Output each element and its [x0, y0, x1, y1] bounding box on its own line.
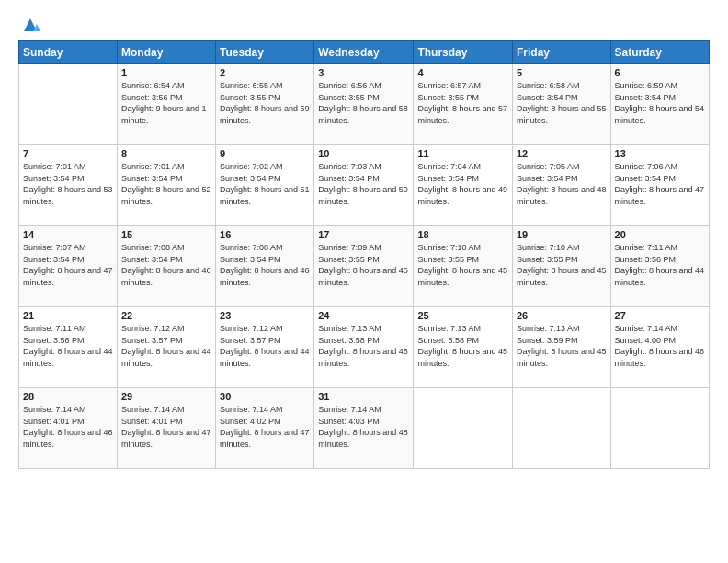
logo: [18, 15, 40, 31]
day-number: 10: [318, 148, 409, 159]
day-info: Sunrise: 7:11 AMSunset: 3:56 PMDaylight:…: [615, 242, 705, 288]
col-header-thursday: Thursday: [414, 41, 513, 64]
day-cell: [414, 388, 513, 469]
day-cell: 28 Sunrise: 7:14 AMSunset: 4:01 PMDaylig…: [19, 388, 118, 469]
day-info: Sunrise: 7:07 AMSunset: 3:54 PMDaylight:…: [23, 242, 113, 288]
day-cell: 18 Sunrise: 7:10 AMSunset: 3:55 PMDaylig…: [414, 226, 513, 307]
day-info: Sunrise: 6:55 AMSunset: 3:55 PMDaylight:…: [220, 80, 310, 126]
day-number: 24: [318, 310, 409, 321]
day-cell: 3 Sunrise: 6:56 AMSunset: 3:55 PMDayligh…: [314, 64, 414, 145]
day-number: 15: [121, 229, 211, 240]
day-number: 25: [417, 310, 508, 321]
day-number: 27: [615, 310, 705, 321]
day-cell: 29 Sunrise: 7:14 AMSunset: 4:01 PMDaylig…: [117, 388, 215, 469]
day-cell: 21 Sunrise: 7:11 AMSunset: 3:56 PMDaylig…: [19, 307, 118, 388]
week-row-5: 28 Sunrise: 7:14 AMSunset: 4:01 PMDaylig…: [19, 388, 710, 469]
day-number: 29: [121, 391, 211, 402]
header: [18, 15, 710, 31]
day-number: 2: [220, 67, 310, 78]
day-info: Sunrise: 7:14 AMSunset: 4:01 PMDaylight:…: [23, 404, 113, 450]
day-cell: 9 Sunrise: 7:02 AMSunset: 3:54 PMDayligh…: [216, 145, 314, 226]
col-header-wednesday: Wednesday: [314, 41, 414, 64]
day-cell: 17 Sunrise: 7:09 AMSunset: 3:55 PMDaylig…: [314, 226, 414, 307]
day-number: 23: [220, 310, 310, 321]
day-info: Sunrise: 7:14 AMSunset: 4:01 PMDaylight:…: [121, 404, 211, 450]
day-info: Sunrise: 6:57 AMSunset: 3:55 PMDaylight:…: [417, 80, 508, 126]
col-header-sunday: Sunday: [19, 41, 118, 64]
day-cell: 25 Sunrise: 7:13 AMSunset: 3:58 PMDaylig…: [414, 307, 513, 388]
logo-icon: [20, 15, 40, 35]
day-info: Sunrise: 7:13 AMSunset: 3:58 PMDaylight:…: [417, 323, 508, 369]
col-header-tuesday: Tuesday: [216, 41, 314, 64]
day-number: 19: [517, 229, 607, 240]
day-info: Sunrise: 6:56 AMSunset: 3:55 PMDaylight:…: [318, 80, 409, 126]
day-cell: [610, 388, 709, 469]
page: SundayMondayTuesdayWednesdayThursdayFrid…: [0, 0, 728, 563]
day-number: 18: [417, 229, 508, 240]
day-info: Sunrise: 7:08 AMSunset: 3:54 PMDaylight:…: [121, 242, 211, 288]
header-row: SundayMondayTuesdayWednesdayThursdayFrid…: [19, 41, 710, 64]
week-row-4: 21 Sunrise: 7:11 AMSunset: 3:56 PMDaylig…: [19, 307, 710, 388]
day-number: 7: [23, 148, 113, 159]
calendar: SundayMondayTuesdayWednesdayThursdayFrid…: [18, 40, 710, 469]
day-cell: 26 Sunrise: 7:13 AMSunset: 3:59 PMDaylig…: [512, 307, 610, 388]
week-row-1: 1 Sunrise: 6:54 AMSunset: 3:56 PMDayligh…: [19, 64, 710, 145]
col-header-friday: Friday: [512, 41, 610, 64]
day-cell: 2 Sunrise: 6:55 AMSunset: 3:55 PMDayligh…: [216, 64, 314, 145]
col-header-monday: Monday: [117, 41, 215, 64]
day-cell: 14 Sunrise: 7:07 AMSunset: 3:54 PMDaylig…: [19, 226, 118, 307]
day-cell: 13 Sunrise: 7:06 AMSunset: 3:54 PMDaylig…: [610, 145, 709, 226]
day-info: Sunrise: 7:14 AMSunset: 4:03 PMDaylight:…: [318, 404, 409, 450]
day-info: Sunrise: 6:59 AMSunset: 3:54 PMDaylight:…: [615, 80, 705, 126]
day-info: Sunrise: 7:08 AMSunset: 3:54 PMDaylight:…: [220, 242, 310, 288]
day-number: 9: [220, 148, 310, 159]
day-info: Sunrise: 7:14 AMSunset: 4:00 PMDaylight:…: [615, 323, 705, 369]
day-cell: 27 Sunrise: 7:14 AMSunset: 4:00 PMDaylig…: [610, 307, 709, 388]
day-cell: 1 Sunrise: 6:54 AMSunset: 3:56 PMDayligh…: [117, 64, 215, 145]
day-info: Sunrise: 7:02 AMSunset: 3:54 PMDaylight:…: [220, 161, 310, 207]
col-header-saturday: Saturday: [610, 41, 709, 64]
day-cell: 30 Sunrise: 7:14 AMSunset: 4:02 PMDaylig…: [216, 388, 314, 469]
day-number: 6: [615, 67, 705, 78]
day-cell: 6 Sunrise: 6:59 AMSunset: 3:54 PMDayligh…: [610, 64, 709, 145]
day-number: 4: [417, 67, 508, 78]
day-info: Sunrise: 7:12 AMSunset: 3:57 PMDaylight:…: [220, 323, 310, 369]
day-number: 1: [121, 67, 211, 78]
day-cell: 22 Sunrise: 7:12 AMSunset: 3:57 PMDaylig…: [117, 307, 215, 388]
day-info: Sunrise: 7:05 AMSunset: 3:54 PMDaylight:…: [517, 161, 607, 207]
day-number: 5: [517, 67, 607, 78]
day-cell: 11 Sunrise: 7:04 AMSunset: 3:54 PMDaylig…: [414, 145, 513, 226]
day-number: 17: [318, 229, 409, 240]
day-cell: 5 Sunrise: 6:58 AMSunset: 3:54 PMDayligh…: [512, 64, 610, 145]
day-cell: 12 Sunrise: 7:05 AMSunset: 3:54 PMDaylig…: [512, 145, 610, 226]
day-cell: 23 Sunrise: 7:12 AMSunset: 3:57 PMDaylig…: [216, 307, 314, 388]
day-info: Sunrise: 7:01 AMSunset: 3:54 PMDaylight:…: [121, 161, 211, 207]
day-cell: 24 Sunrise: 7:13 AMSunset: 3:58 PMDaylig…: [314, 307, 414, 388]
day-cell: 8 Sunrise: 7:01 AMSunset: 3:54 PMDayligh…: [117, 145, 215, 226]
day-cell: 20 Sunrise: 7:11 AMSunset: 3:56 PMDaylig…: [610, 226, 709, 307]
day-info: Sunrise: 7:12 AMSunset: 3:57 PMDaylight:…: [121, 323, 211, 369]
day-info: Sunrise: 7:10 AMSunset: 3:55 PMDaylight:…: [417, 242, 508, 288]
day-cell: 10 Sunrise: 7:03 AMSunset: 3:54 PMDaylig…: [314, 145, 414, 226]
day-info: Sunrise: 7:13 AMSunset: 3:59 PMDaylight:…: [517, 323, 607, 369]
day-number: 22: [121, 310, 211, 321]
day-cell: 31 Sunrise: 7:14 AMSunset: 4:03 PMDaylig…: [314, 388, 414, 469]
day-info: Sunrise: 7:04 AMSunset: 3:54 PMDaylight:…: [417, 161, 508, 207]
day-cell: 4 Sunrise: 6:57 AMSunset: 3:55 PMDayligh…: [414, 64, 513, 145]
day-info: Sunrise: 7:13 AMSunset: 3:58 PMDaylight:…: [318, 323, 409, 369]
day-info: Sunrise: 7:06 AMSunset: 3:54 PMDaylight:…: [615, 161, 705, 207]
day-cell: [19, 64, 118, 145]
day-info: Sunrise: 7:01 AMSunset: 3:54 PMDaylight:…: [23, 161, 113, 207]
week-row-3: 14 Sunrise: 7:07 AMSunset: 3:54 PMDaylig…: [19, 226, 710, 307]
day-number: 30: [220, 391, 310, 402]
day-number: 21: [23, 310, 113, 321]
day-info: Sunrise: 7:03 AMSunset: 3:54 PMDaylight:…: [318, 161, 409, 207]
day-number: 31: [318, 391, 409, 402]
day-info: Sunrise: 7:11 AMSunset: 3:56 PMDaylight:…: [23, 323, 113, 369]
day-info: Sunrise: 7:14 AMSunset: 4:02 PMDaylight:…: [220, 404, 310, 450]
day-number: 11: [417, 148, 508, 159]
day-info: Sunrise: 6:58 AMSunset: 3:54 PMDaylight:…: [517, 80, 607, 126]
day-info: Sunrise: 7:09 AMSunset: 3:55 PMDaylight:…: [318, 242, 409, 288]
day-cell: 19 Sunrise: 7:10 AMSunset: 3:55 PMDaylig…: [512, 226, 610, 307]
day-cell: 7 Sunrise: 7:01 AMSunset: 3:54 PMDayligh…: [19, 145, 118, 226]
